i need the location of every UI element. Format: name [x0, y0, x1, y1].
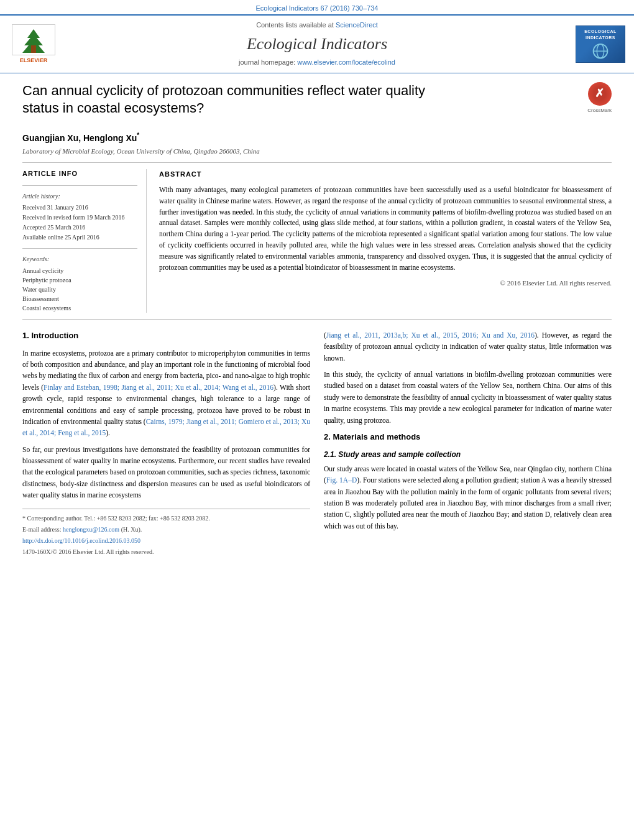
two-col-text: 1. Introduction In marine ecosystems, pr… [22, 330, 612, 559]
intro-para2: So far, our previous investigations have… [22, 444, 310, 501]
elsevier-logo-image [12, 24, 55, 55]
crossmark-icon: ✗ [588, 82, 612, 106]
title-row: Can annual cyclicity of protozoan commun… [22, 82, 612, 125]
col-right: (Jiang et al., 2011, 2013a,b; Xu et al.,… [324, 330, 612, 559]
keyword-3: Water quality [22, 285, 137, 294]
homepage-line: journal homepage: www.elsevier.com/locat… [58, 58, 576, 67]
badge-line2: INDICATORS [586, 35, 615, 41]
history-item-3: Accepted 25 March 2016 [22, 223, 137, 232]
history-item-2: Received in revised form 19 March 2016 [22, 213, 137, 222]
abstract-panel: ABSTRACT With many advantages, many ecol… [159, 169, 612, 312]
col-left: 1. Introduction In marine ecosystems, pr… [22, 330, 310, 559]
page-container: Ecological Indicators 67 (2016) 730–734 … [0, 0, 634, 568]
contents-line: Contents lists available at ScienceDirec… [58, 21, 576, 30]
ref-link-3[interactable]: Jiang et al., 2011, 2013a,b; Xu et al., … [326, 331, 535, 339]
history-item-4: Available online 25 April 2016 [22, 233, 137, 242]
article-info-abstract: ARTICLE INFO Article history: Received 3… [22, 169, 612, 312]
history-item-1: Received 31 January 2016 [22, 203, 137, 212]
history-label: Article history: [22, 192, 137, 201]
divider-2 [22, 319, 612, 320]
affiliation: Laboratory of Microbial Ecology, Ocean U… [22, 147, 612, 156]
intro-heading: 1. Introduction [22, 330, 310, 343]
journal-citation: Ecological Indicators 67 (2016) 730–734 [256, 4, 379, 12]
footnote-doi: http://dx.doi.org/10.1016/j.ecolind.2016… [22, 537, 310, 545]
methods-heading: 2. Materials and methods [324, 431, 612, 444]
fig-ref-1[interactable]: Fig. 1A–D [326, 476, 357, 484]
article-body: Can annual cyclicity of protozoan commun… [0, 73, 634, 568]
intro-para1: In marine ecosystems, protozoa are a pri… [22, 348, 310, 439]
article-info-panel: ARTICLE INFO Article history: Received 3… [22, 169, 147, 312]
divider-1 [22, 162, 612, 163]
doi-link[interactable]: http://dx.doi.org/10.1016/j.ecolind.2016… [22, 537, 140, 544]
journal-badge: ECOLOGICAL INDICATORS [576, 25, 625, 63]
keyword-1: Annual cyclicity [22, 266, 137, 275]
elsevier-text: ELSEVIER [20, 57, 48, 65]
keyword-4: Bioassessment [22, 294, 137, 303]
article-info-heading: ARTICLE INFO [22, 169, 137, 178]
abstract-heading: ABSTRACT [159, 169, 612, 180]
right-para2: In this study, the cyclicity of annual v… [324, 369, 612, 426]
footnote-area: * Corresponding author. Tel.: +86 532 82… [22, 509, 310, 556]
keyword-5: Coastal ecosystems [22, 303, 137, 313]
journal-title: Ecological Indicators [58, 33, 576, 55]
divider-info-2 [22, 248, 137, 249]
footnote-email: E-mail address: henglongxu@126.com (H. X… [22, 525, 310, 534]
methods-para1: Our study areas were located in coastal … [324, 463, 612, 532]
badge-line1: ECOLOGICAL [584, 29, 617, 35]
homepage-link[interactable]: www.elsevier.com/locate/ecolind [297, 58, 395, 66]
main-text: 1. Introduction In marine ecosystems, pr… [22, 330, 612, 559]
footnote-email-link[interactable]: henglongxu@126.com [63, 526, 119, 533]
article-title: Can annual cyclicity of protozoan commun… [22, 82, 445, 118]
elsevier-logo: ELSEVIER [9, 24, 58, 65]
journal-header: ELSEVIER Contents lists available at Sci… [0, 14, 634, 73]
methods-subheading: 2.1. Study areas and sample collection [324, 449, 612, 461]
footnote-corresponding: * Corresponding author. Tel.: +86 532 82… [22, 514, 310, 523]
keyword-2: Periphytic protozoa [22, 275, 137, 285]
abstract-text: With many advantages, many ecological pa… [159, 185, 612, 274]
top-citation-bar: Ecological Indicators 67 (2016) 730–734 [0, 0, 634, 14]
authors: Guangjian Xu, Henglong Xu* [22, 131, 612, 144]
footnote-issn: 1470-160X/© 2016 Elsevier Ltd. All right… [22, 548, 310, 556]
sciencedirect-link[interactable]: ScienceDirect [336, 21, 378, 29]
journal-header-center: Contents lists available at ScienceDirec… [58, 21, 576, 67]
keywords-label: Keywords: [22, 255, 137, 264]
ref-link-2[interactable]: Cairns, 1979; Jiang et al., 2011; Gomier… [22, 418, 310, 436]
ref-link-1[interactable]: Finlay and Esteban, 1998; Jiang et al., … [44, 384, 273, 391]
copyright: © 2016 Elsevier Ltd. All rights reserved… [159, 278, 612, 288]
right-para1: (Jiang et al., 2011, 2013a,b; Xu et al.,… [324, 330, 612, 364]
svg-rect-2 [31, 45, 36, 53]
crossmark-label: CrossMark [587, 107, 612, 114]
divider-info [22, 185, 137, 186]
keywords-list: Annual cyclicity Periphytic protozoa Wat… [22, 266, 137, 313]
